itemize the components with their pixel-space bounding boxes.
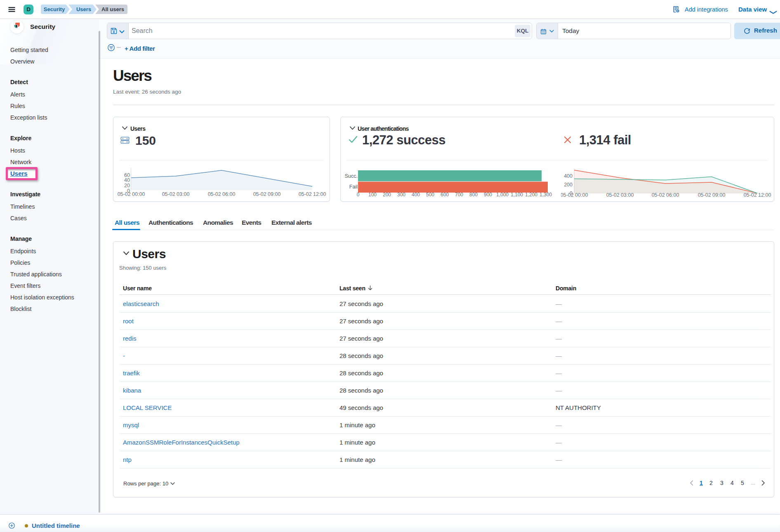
svg-text:700: 700 <box>455 192 463 198</box>
svg-text:500: 500 <box>426 192 434 198</box>
svg-text:400: 400 <box>412 192 420 198</box>
svg-text:05-02 00:00: 05-02 00:00 <box>561 192 588 198</box>
svg-text:05-02 12:00: 05-02 12:00 <box>299 191 326 197</box>
svg-text:200: 200 <box>383 192 391 198</box>
svg-text:1,300: 1,300 <box>540 192 552 198</box>
svg-text:800: 800 <box>469 192 478 198</box>
svg-text:05-02 09:00: 05-02 09:00 <box>253 191 281 197</box>
svg-text:1,000: 1,000 <box>496 192 509 198</box>
svg-text:05-02 03:00: 05-02 03:00 <box>162 191 190 197</box>
svg-text:05-02 12:00: 05-02 12:00 <box>744 192 771 198</box>
svg-text:Succ.: Succ. <box>345 173 358 179</box>
svg-text:1,100: 1,100 <box>511 192 523 198</box>
svg-text:1,200: 1,200 <box>525 192 537 198</box>
svg-text:900: 900 <box>484 192 492 198</box>
svg-text:0: 0 <box>357 192 360 198</box>
svg-text:05-02 06:00: 05-02 06:00 <box>208 191 236 197</box>
svg-text:200: 200 <box>564 182 573 188</box>
svg-text:05-02 06:00: 05-02 06:00 <box>652 192 679 198</box>
svg-text:05-02 03:00: 05-02 03:00 <box>606 192 634 198</box>
svg-text:100: 100 <box>368 192 377 198</box>
svg-text:300: 300 <box>397 192 405 198</box>
svg-text:40: 40 <box>124 177 130 183</box>
svg-text:05-02 09:00: 05-02 09:00 <box>698 192 726 198</box>
svg-text:400: 400 <box>564 173 573 179</box>
svg-text:600: 600 <box>441 192 449 198</box>
svg-text:Fail: Fail <box>349 184 358 190</box>
svg-text:05-02 00:00: 05-02 00:00 <box>118 191 145 197</box>
